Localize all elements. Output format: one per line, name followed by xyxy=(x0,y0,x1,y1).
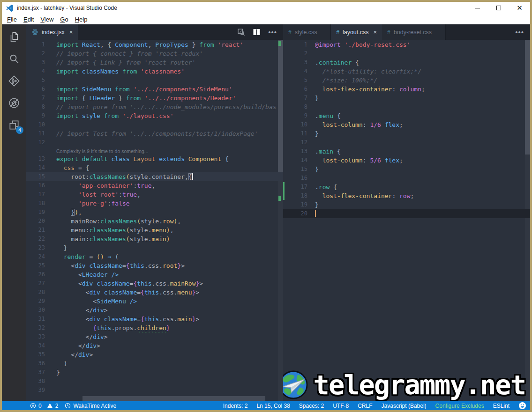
code-line[interactable]: 1import React, { Component, PropTypes } … xyxy=(26,40,283,49)
code-line[interactable]: 10 xyxy=(26,120,283,129)
tab-body-reset-css[interactable]: # body-reset.css × xyxy=(382,24,446,40)
code-line[interactable]: 3// import { Link } from 'react-router' xyxy=(26,58,283,67)
code-line[interactable]: 8// import pure from '../../../node_modu… xyxy=(26,103,283,111)
code-line[interactable]: 37} xyxy=(26,368,283,377)
statusbar-item-ln-15-col-38[interactable]: Ln 15, Col 38 xyxy=(256,403,290,409)
code-line[interactable]: 10 lost-column: 1/6 flex; xyxy=(283,120,530,129)
menu-go[interactable]: Go xyxy=(57,15,71,24)
code-line[interactable]: 34 </div> xyxy=(26,341,283,350)
code-line[interactable]: 11// import Test from '../../components/… xyxy=(26,129,283,138)
code-line[interactable]: 15} xyxy=(283,165,530,174)
statusbar-item-indents-2[interactable]: Indents: 2 xyxy=(223,403,248,409)
code-line[interactable]: 31 <div className={this.css.main}> xyxy=(26,315,283,324)
code-line[interactable]: 14 lost-column: 5/6 flex; xyxy=(283,156,530,165)
code-line[interactable]: 12 xyxy=(26,138,283,147)
code-line[interactable]: 2// import { connect } from 'react-redux… xyxy=(26,49,283,58)
tab-style-css[interactable]: # style.css × xyxy=(283,24,331,40)
code-line[interactable]: 17 'lost-root':true, xyxy=(26,190,283,199)
code-line[interactable]: 21 menu:classNames(style.menu), xyxy=(26,226,283,235)
code-line[interactable]: 8 xyxy=(283,103,530,111)
problems-indicator[interactable]: 0 2 xyxy=(30,403,58,409)
code-line[interactable]: 2 xyxy=(283,49,530,58)
code-line[interactable]: 39 xyxy=(26,386,283,395)
code-line[interactable]: 32 {this.props.children} xyxy=(26,324,283,332)
line-number: 4 xyxy=(283,67,307,76)
menu-help[interactable]: Help xyxy=(72,15,91,24)
code-line[interactable]: 12 xyxy=(283,138,530,147)
code-line[interactable]: 30 </div> xyxy=(26,306,283,315)
statusbar-item-crlf[interactable]: CRLF xyxy=(358,403,372,409)
search-icon[interactable] xyxy=(8,53,20,65)
tab-close-icon[interactable]: × xyxy=(69,29,73,36)
code-editor-index-jsx[interactable]: 1import React, { Component, PropTypes } … xyxy=(26,40,283,401)
statusbar-item-eslint[interactable]: ESLint xyxy=(493,403,510,409)
code-line[interactable]: 20 mainRow:classNames(style.row), xyxy=(26,217,283,226)
code-line[interactable]: 28 <div className={this.css.menu}> xyxy=(26,288,283,297)
minimize-button[interactable] xyxy=(467,2,488,14)
statusbar-item-javascript-babel-[interactable]: Javascript (Babel) xyxy=(382,403,427,409)
statusbar-item-configure-excludes[interactable]: Configure Excludes xyxy=(435,403,484,409)
code-line[interactable]: 7} xyxy=(283,94,530,103)
maximize-button[interactable] xyxy=(488,2,509,14)
code-line[interactable]: 6 lost-flex-container: column; xyxy=(283,85,530,94)
explorer-icon[interactable] xyxy=(8,31,20,43)
code-line[interactable]: 19 }), xyxy=(26,208,283,217)
code-line[interactable]: 33 </div> xyxy=(26,332,283,341)
code-line[interactable]: 4import classNames from 'classnames' xyxy=(26,67,283,76)
code-line[interactable]: 27 <div className={this.css.mainRow}> xyxy=(26,279,283,288)
code-line[interactable]: 17.row { xyxy=(283,183,530,191)
wakatime-status[interactable]: WakaTime Active xyxy=(65,403,116,409)
tab-index-jsx[interactable]: index.jsx × xyxy=(26,24,78,40)
code-line[interactable]: 36 ) xyxy=(26,359,283,368)
close-button[interactable]: ✕ xyxy=(509,2,530,14)
line-number: 14 xyxy=(26,163,45,172)
extensions-icon[interactable]: 4 xyxy=(8,119,20,131)
open-preview-icon[interactable] xyxy=(237,28,245,36)
codelens-annotation[interactable]: Complexity is 9 It's time to do somethin… xyxy=(45,147,283,154)
line-number: 25 xyxy=(26,261,45,270)
code-line[interactable]: 16 'app-container':true, xyxy=(26,181,283,190)
code-line[interactable]: 22 main:classNames(style.main) xyxy=(26,235,283,243)
more-actions-icon[interactable]: ••• xyxy=(515,28,524,36)
code-line[interactable]: 29 <SideMenu /> xyxy=(26,297,283,306)
code-line[interactable]: 26 <LHeader /> xyxy=(26,270,283,279)
tab-layout-css[interactable]: # layout.css × xyxy=(331,24,382,40)
feedback-smiley-icon[interactable] xyxy=(518,402,526,410)
code-line[interactable]: 9import style from './layout.css' xyxy=(26,111,283,120)
code-editor-layout-css[interactable]: telegrammy.net 1@import './body-reset.cs… xyxy=(283,40,530,401)
more-actions-icon[interactable]: ••• xyxy=(268,28,277,36)
code-line[interactable]: 18 'pure-g':false xyxy=(26,199,283,208)
code-line[interactable]: 5 /*size: 100%;*/ xyxy=(283,76,530,85)
code-line[interactable]: 16 xyxy=(283,174,530,183)
code-line[interactable]: 19} xyxy=(283,200,530,209)
code-line[interactable]: 5 xyxy=(26,76,283,85)
code-line[interactable]: 1@import './body-reset.css' xyxy=(283,40,530,49)
code-line[interactable]: 13.main { xyxy=(283,147,530,156)
statusbar-item-utf-8[interactable]: UTF-8 xyxy=(333,403,349,409)
code-line[interactable]: 25 <div className={this.css.root}> xyxy=(26,261,283,270)
code-line[interactable]: 6import SideMenu from '../../components/… xyxy=(26,85,283,94)
code-line[interactable]: 15 root:classNames(style.container,{ xyxy=(26,172,283,181)
menu-file[interactable]: File xyxy=(4,15,20,24)
source-control-icon[interactable] xyxy=(8,75,20,87)
code-line[interactable]: 35 </div> xyxy=(26,350,283,359)
code-line[interactable]: 38 xyxy=(26,377,283,386)
code-line[interactable]: 9.menu { xyxy=(283,111,530,120)
code-line[interactable]: 14 css = { xyxy=(26,163,283,172)
code-line[interactable]: 13export default class Layout extends Co… xyxy=(26,154,283,163)
code-line[interactable]: 20 xyxy=(283,209,530,218)
code-line[interactable]: 11} xyxy=(283,129,530,138)
debug-icon[interactable] xyxy=(8,97,20,109)
code-line[interactable]: 23 } xyxy=(26,243,283,252)
statusbar-item-spaces-2[interactable]: Spaces: 2 xyxy=(299,403,324,409)
menu-view[interactable]: View xyxy=(37,15,57,24)
code-line[interactable]: 24 render = () ⇒ ( xyxy=(26,252,283,261)
split-editor-icon[interactable] xyxy=(253,28,261,36)
menu-edit[interactable]: Edit xyxy=(20,15,37,24)
horizontal-scrollbar[interactable] xyxy=(56,396,278,401)
code-line[interactable]: 4 /*lost-utility: clearfix;*/ xyxy=(283,67,530,76)
tab-close-icon[interactable]: × xyxy=(374,29,377,36)
code-line[interactable]: 18 lost-flex-container: row; xyxy=(283,191,530,200)
code-line[interactable]: 7import { LHeader } from '../../componen… xyxy=(26,94,283,103)
code-line[interactable]: 3.container { xyxy=(283,58,530,67)
